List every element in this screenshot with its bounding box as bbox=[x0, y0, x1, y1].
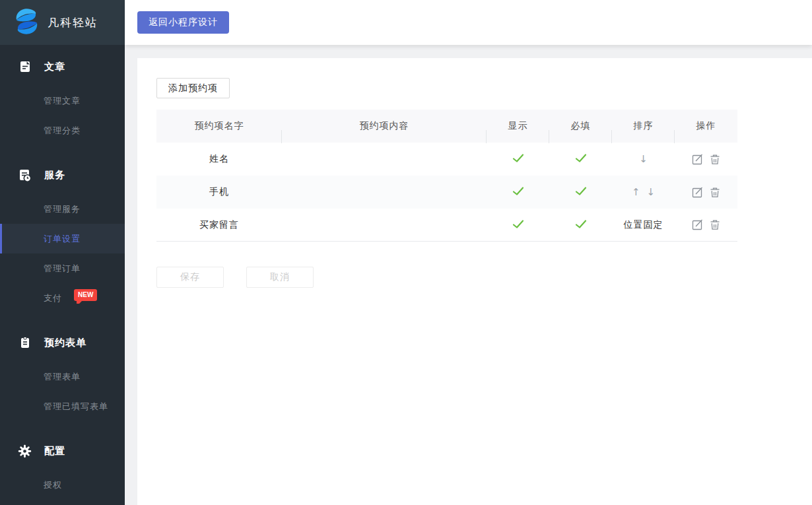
row-item-name: 手机 bbox=[156, 186, 282, 198]
table-row: 姓名 ↓ bbox=[156, 143, 737, 176]
row-item-name: 姓名 bbox=[156, 153, 282, 165]
move-up-icon[interactable]: ↑ bbox=[628, 186, 644, 198]
brand-title: 凡科轻站 bbox=[48, 15, 98, 30]
sidebar-item-authorization[interactable]: 授权 bbox=[0, 470, 125, 500]
fanke-logo-icon bbox=[15, 7, 39, 39]
topbar: 返回小程序设计 bbox=[125, 0, 812, 45]
service-icon bbox=[18, 168, 32, 182]
nav-section-services: 服务 管理服务 订单设置 管理订单 支付NEW bbox=[0, 161, 125, 313]
new-badge: NEW bbox=[74, 289, 97, 301]
save-button[interactable]: 保存 bbox=[156, 267, 224, 288]
sidebar-section-services[interactable]: 服务 bbox=[0, 161, 125, 189]
required-check-icon bbox=[575, 153, 587, 165]
required-check-icon bbox=[575, 186, 587, 198]
sidebar: 凡科轻站 文章 管理文章 bbox=[0, 0, 125, 505]
edit-icon[interactable] bbox=[689, 219, 706, 230]
sidebar-item-manage-categories[interactable]: 管理分类 bbox=[0, 116, 125, 145]
booking-items-table: 预约项名字 预约项内容 显示 必填 排序 操作 姓名 bbox=[156, 110, 737, 242]
delete-icon[interactable] bbox=[706, 154, 724, 165]
delete-icon[interactable] bbox=[706, 187, 724, 198]
article-icon bbox=[18, 60, 32, 74]
table-row: 手机 ↑ bbox=[156, 176, 737, 209]
show-check-icon bbox=[512, 153, 524, 165]
sidebar-section-config[interactable]: 配置 bbox=[0, 437, 125, 465]
nav-section-booking-forms: 预约表单 管理表单 管理已填写表单 bbox=[0, 329, 125, 421]
sidebar-item-manage-orders[interactable]: 管理订单 bbox=[0, 253, 125, 283]
sidebar-item-manage-forms[interactable]: 管理表单 bbox=[0, 362, 125, 391]
position-fixed-label: 位置固定 bbox=[624, 219, 663, 231]
form-actions: 保存 取消 bbox=[156, 267, 812, 288]
header-item-content: 预约项内容 bbox=[282, 120, 487, 132]
cancel-button[interactable]: 取消 bbox=[246, 267, 314, 288]
gear-icon bbox=[18, 444, 32, 458]
edit-icon[interactable] bbox=[689, 187, 706, 198]
table-header-row: 预约项名字 预约项内容 显示 必填 排序 操作 bbox=[156, 110, 737, 143]
show-check-icon bbox=[512, 219, 524, 231]
sidebar-item-manage-filled-forms[interactable]: 管理已填写表单 bbox=[0, 391, 125, 421]
sidebar-item-manage-services[interactable]: 管理服务 bbox=[0, 194, 125, 224]
sidebar-section-booking-forms[interactable]: 预约表单 bbox=[0, 329, 125, 356]
sidebar-item-order-settings[interactable]: 订单设置 bbox=[0, 224, 125, 253]
sidebar-item-payment[interactable]: 支付NEW bbox=[0, 283, 125, 313]
app-root: 凡科轻站 文章 管理文章 bbox=[0, 0, 812, 505]
edit-icon[interactable] bbox=[689, 154, 706, 165]
sidebar-item-manage-articles[interactable]: 管理文章 bbox=[0, 86, 125, 116]
nav-section-config: 配置 授权 bbox=[0, 437, 125, 500]
main-area: 返回小程序设计 添加预约项 预约项名字 预约项内容 显示 必填 排序 操作 bbox=[125, 0, 812, 505]
header-required: 必填 bbox=[549, 120, 612, 132]
required-check-icon bbox=[575, 219, 587, 231]
delete-icon[interactable] bbox=[706, 219, 724, 230]
show-check-icon bbox=[512, 186, 524, 198]
row-item-name: 买家留言 bbox=[156, 219, 282, 231]
nav-section-articles: 文章 管理文章 管理分类 bbox=[0, 53, 125, 145]
header-show: 显示 bbox=[487, 120, 549, 132]
move-down-icon[interactable]: ↓ bbox=[636, 153, 651, 165]
move-down-icon[interactable]: ↓ bbox=[644, 186, 659, 198]
back-to-miniprogram-design-button[interactable]: 返回小程序设计 bbox=[137, 11, 229, 34]
form-icon bbox=[18, 336, 32, 350]
sidebar-section-articles[interactable]: 文章 bbox=[0, 53, 125, 81]
header-operations: 操作 bbox=[675, 120, 737, 132]
table-row: 买家留言 位置固定 bbox=[156, 209, 737, 242]
brand: 凡科轻站 bbox=[0, 0, 125, 45]
sidebar-nav: 文章 管理文章 管理分类 bbox=[0, 45, 125, 505]
add-booking-item-button[interactable]: 添加预约项 bbox=[156, 78, 230, 98]
header-item-name: 预约项名字 bbox=[156, 120, 282, 132]
header-sort: 排序 bbox=[612, 120, 675, 132]
order-settings-card: 添加预约项 预约项名字 预约项内容 显示 必填 排序 操作 姓名 bbox=[137, 58, 812, 505]
content: 添加预约项 预约项名字 预约项内容 显示 必填 排序 操作 姓名 bbox=[125, 45, 812, 505]
